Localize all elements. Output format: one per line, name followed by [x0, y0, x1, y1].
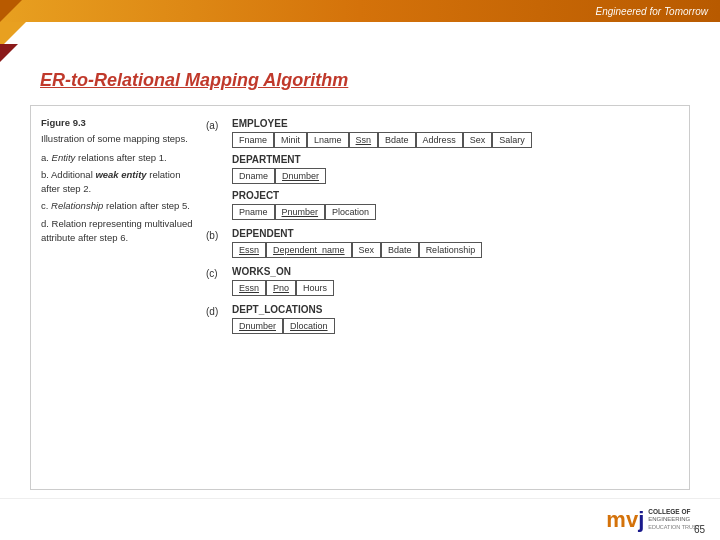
attr-pname: Pname	[232, 204, 275, 220]
relation-employee: EMPLOYEE Fname Minit Lname Ssn Bdate Add…	[232, 118, 679, 148]
logo-m: m	[606, 507, 626, 533]
attr-hours: Hours	[296, 280, 334, 296]
section-c-content: WORKS_ON Essn Pno Hours	[232, 266, 679, 296]
caption-c: c. Relationship relation after step 5.	[41, 199, 196, 213]
section-c-label: (c)	[206, 268, 226, 279]
section-a-content: EMPLOYEE Fname Minit Lname Ssn Bdate Add…	[232, 118, 679, 220]
attr-plocation: Plocation	[325, 204, 376, 220]
attr-dnumber-d: Dnumber	[232, 318, 283, 334]
relation-works-on-name: WORKS_ON	[232, 266, 679, 277]
relation-works-on: WORKS_ON Essn Pno Hours	[232, 266, 679, 296]
attr-ssn: Ssn	[349, 132, 379, 148]
department-attrs: Dname Dnumber	[232, 168, 679, 184]
project-attrs: Pname Pnumber Plocation	[232, 204, 679, 220]
page-title: ER-to-Relational Mapping Algorithm	[40, 70, 348, 91]
logo-college: COLLEGE OF	[648, 508, 700, 516]
attr-pnumber: Pnumber	[275, 204, 326, 220]
dependent-attrs: Essn Dependent_name Sex Bdate Relationsh…	[232, 242, 679, 258]
attr-bdate: Bdate	[378, 132, 416, 148]
relation-dept-locations: DEPT_LOCATIONS Dnumber Dlocation	[232, 304, 679, 334]
attr-bdate-b: Bdate	[381, 242, 419, 258]
mvj-logo: m v j COLLEGE OF ENGINEERING EDUCATION T…	[606, 507, 700, 533]
section-b: (b) DEPENDENT Essn Dependent_name Sex Bd…	[206, 228, 679, 258]
attr-relationship: Relationship	[419, 242, 483, 258]
relation-department: DEPARTMENT Dname Dnumber	[232, 154, 679, 184]
attr-salary: Salary	[492, 132, 532, 148]
logo-sub: COLLEGE OF ENGINEERING EDUCATION TRUST	[648, 508, 700, 531]
section-b-content: DEPENDENT Essn Dependent_name Sex Bdate …	[232, 228, 679, 258]
relation-dependent-name: DEPENDENT	[232, 228, 679, 239]
caption-d: d. Relation representing multivalued att…	[41, 217, 196, 246]
attr-essn-b: Essn	[232, 242, 266, 258]
section-d-label: (d)	[206, 306, 226, 317]
attr-dname: Dname	[232, 168, 275, 184]
section-b-label: (b)	[206, 230, 226, 241]
attr-lname: Lname	[307, 132, 349, 148]
logo-v: v	[626, 507, 638, 533]
diagram-panel: (a) EMPLOYEE Fname Minit Lname Ssn Bdate…	[206, 116, 679, 479]
section-d: (d) DEPT_LOCATIONS Dnumber Dlocation	[206, 304, 679, 334]
relation-project: PROJECT Pname Pnumber Plocation	[232, 190, 679, 220]
logo-engineering: ENGINEERING	[648, 516, 700, 524]
works-on-attrs: Essn Pno Hours	[232, 280, 679, 296]
figure-title: Figure 9.3	[41, 116, 196, 130]
attr-sex-b: Sex	[352, 242, 382, 258]
attr-sex: Sex	[463, 132, 493, 148]
caption-b: b. Additional weak entity relation after…	[41, 168, 196, 197]
red-notch	[0, 44, 18, 62]
logo-letters: m v j	[606, 507, 644, 533]
relation-department-name: DEPARTMENT	[232, 154, 679, 165]
caption-description: Illustration of some mapping steps.	[41, 132, 196, 146]
logo-education: EDUCATION TRUST	[648, 524, 700, 531]
top-bar: Engineered for Tomorrow	[0, 0, 720, 22]
bottom-bar: m v j COLLEGE OF ENGINEERING EDUCATION T…	[0, 498, 720, 540]
relation-dependent: DEPENDENT Essn Dependent_name Sex Bdate …	[232, 228, 679, 258]
employee-attrs: Fname Minit Lname Ssn Bdate Address Sex …	[232, 132, 679, 148]
relation-employee-name: EMPLOYEE	[232, 118, 679, 129]
page-number: 65	[694, 524, 705, 535]
header-text: Engineered for Tomorrow	[596, 6, 708, 17]
relation-dept-locations-name: DEPT_LOCATIONS	[232, 304, 679, 315]
notch-decoration	[0, 0, 22, 22]
attr-dnumber: Dnumber	[275, 168, 326, 184]
attr-essn-c: Essn	[232, 280, 266, 296]
dept-locations-attrs: Dnumber Dlocation	[232, 318, 679, 334]
attr-fname: Fname	[232, 132, 274, 148]
attr-dep-name: Dependent_name	[266, 242, 352, 258]
caption-panel: Figure 9.3 Illustration of some mapping …	[41, 116, 196, 479]
content-area: Figure 9.3 Illustration of some mapping …	[30, 105, 690, 490]
section-d-content: DEPT_LOCATIONS Dnumber Dlocation	[232, 304, 679, 334]
relation-project-name: PROJECT	[232, 190, 679, 201]
section-c: (c) WORKS_ON Essn Pno Hours	[206, 266, 679, 296]
caption-a: a. Entity relations after step 1.	[41, 151, 196, 165]
attr-minit: Minit	[274, 132, 307, 148]
attr-address: Address	[416, 132, 463, 148]
logo-j: j	[638, 507, 644, 533]
attr-pno: Pno	[266, 280, 296, 296]
section-a-label: (a)	[206, 120, 226, 131]
section-a: (a) EMPLOYEE Fname Minit Lname Ssn Bdate…	[206, 118, 679, 220]
attr-dlocation: Dlocation	[283, 318, 335, 334]
